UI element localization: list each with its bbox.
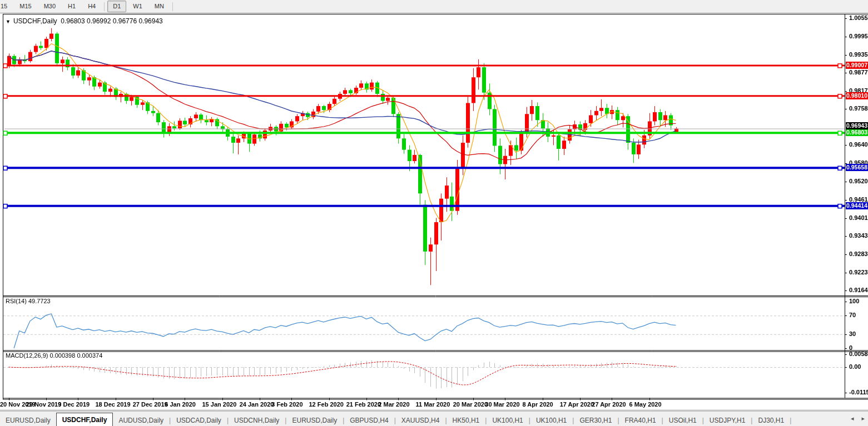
macd-indicator-label: MACD(12,26,9) 0.000398 0.000374 xyxy=(6,352,102,359)
symbol-tab-usdjpy-h1[interactable]: USDJPY,H1 xyxy=(704,414,751,426)
price-axis-label: 1.00555 xyxy=(849,14,868,21)
tab-scroll-left-icon[interactable]: ◂ xyxy=(851,415,854,422)
date-axis-label: 12 Feb 2020 xyxy=(309,401,344,408)
price-axis-label: 0.91645 xyxy=(849,287,868,293)
symbol-tab-hk50-h1[interactable]: HK50,H1 xyxy=(447,414,485,426)
symbol-tab-dj30-h1[interactable]: DJ30,H1 xyxy=(752,414,790,426)
timeframe-button-15[interactable]: 15 xyxy=(0,1,13,12)
toolbar-separator xyxy=(104,2,105,11)
date-axis-label: 27 Apr 2020 xyxy=(592,401,626,408)
macd-axis-label: 0.00 xyxy=(849,363,861,370)
date-axis-label: 20 Mar 2020 xyxy=(453,401,488,408)
date-axis-label: 29 Nov 2019 xyxy=(26,401,62,408)
symbol-tab-usoil-h1[interactable]: USOil,H1 xyxy=(663,414,702,426)
symbol-tab-eurusd-daily[interactable]: EURUSD,Daily xyxy=(0,414,56,426)
price-line-tag: 0.95658 xyxy=(846,164,868,171)
timeframe-button-w1[interactable]: W1 xyxy=(127,1,148,12)
symbol-tab-eurusd-daily[interactable]: EURUSD,Daily xyxy=(286,414,343,426)
price-line-tag: 0.94414 xyxy=(846,202,868,209)
price-axis-label: 0.95200 xyxy=(849,178,868,184)
tab-scroll-right-icon[interactable]: ▸ xyxy=(861,415,865,422)
macd-axis-label: -0.011514 xyxy=(849,389,868,395)
symbol-tab-audusd-daily[interactable]: AUDUSD,Daily xyxy=(113,414,169,426)
symbol-tab-xauusd-h4[interactable]: XAUUSD,H4 xyxy=(396,414,445,426)
date-axis-label: 15 Jan 2020 xyxy=(202,401,237,408)
symbol-tab-usdcad-daily[interactable]: USDCAD,Daily xyxy=(171,414,227,426)
price-axis-label: 0.97585 xyxy=(849,105,868,112)
symbol-tab-uk100-h1[interactable]: UK100,H1 xyxy=(487,414,528,426)
price-axis-label: 0.94015 xyxy=(849,214,868,221)
timeframe-toolbar: 15M15M30H1H4D1W1MN xyxy=(0,0,868,13)
date-axis-label: 6 Jan 2020 xyxy=(165,401,196,408)
timeframe-button-mn[interactable]: MN xyxy=(149,1,170,12)
date-axis-label: 2 Mar 2020 xyxy=(378,401,409,408)
price-axis-label: 0.98770 xyxy=(849,69,868,76)
timeframe-button-h4[interactable]: H4 xyxy=(82,1,101,12)
trading-terminal: 15M15M30H1H4D1W1MN ▼USDCHF,Daily 0.96803… xyxy=(0,0,868,426)
symbol-tab-usdchf-daily[interactable]: USDCHF,Daily xyxy=(56,413,113,426)
tab-scroll-arrows: ◂ ▸ xyxy=(851,415,865,422)
date-axis-label: 27 Dec 2019 xyxy=(133,401,168,408)
price-axis-label: 0.99955 xyxy=(849,33,868,39)
price-line-tag: 0.99007 xyxy=(846,62,868,69)
date-axis-label: 6 May 2020 xyxy=(629,401,662,408)
date-axis-label: 11 Mar 2020 xyxy=(416,401,450,408)
date-axis-label: 8 Apr 2020 xyxy=(523,401,553,408)
date-axis-label: 17 Apr 2020 xyxy=(560,401,594,408)
price-axis-label: 0.92830 xyxy=(849,250,868,257)
symbol-tab-gbpusd-h4[interactable]: GBPUSD,H4 xyxy=(344,414,394,426)
collapse-chart-icon[interactable]: ▼ xyxy=(6,19,11,24)
toolbar-separator xyxy=(172,2,173,11)
price-axis-label: 0.93430 xyxy=(849,232,868,239)
current-price-tag: 0.96943 xyxy=(846,122,868,129)
symbol-tab-uk100-h1[interactable]: UK100,H1 xyxy=(530,414,572,426)
rsi-axis-label: 30 xyxy=(849,330,856,337)
date-axis-label: 24 Jan 2020 xyxy=(240,401,274,408)
chart-window: ▼USDCHF,Daily 0.96803 0.96992 0.96776 0.… xyxy=(0,13,868,411)
price-line-tag: 0.96803 xyxy=(846,129,868,136)
date-axis-label: 3 Feb 2020 xyxy=(271,401,302,408)
symbol-tab-usdcnh-daily[interactable]: USDCNH,Daily xyxy=(229,414,285,426)
rsi-axis-label: 70 xyxy=(849,312,856,318)
symbol-tab-bar: EURUSD,DailyUSDCHF,DailyAUDUSD,Daily|USD… xyxy=(0,411,868,426)
timeframe-button-m15[interactable]: M15 xyxy=(14,1,37,12)
macd-axis-label: 0.005818 xyxy=(849,350,868,357)
chart-canvas[interactable] xyxy=(0,13,868,411)
date-axis-label: 21 Feb 2020 xyxy=(346,401,381,408)
rsi-indicator-label: RSI(14) 49.7723 xyxy=(6,298,51,304)
symbol-tab-ger30-h1[interactable]: GER30,H1 xyxy=(574,414,617,426)
date-axis-label: 9 Dec 2019 xyxy=(58,401,90,408)
date-axis-label: 30 Mar 2020 xyxy=(485,401,519,408)
timeframe-button-m30[interactable]: M30 xyxy=(38,1,61,12)
timeframe-button-d1[interactable]: D1 xyxy=(107,1,126,12)
rsi-axis-label: 100 xyxy=(849,298,859,304)
price-line-tag: 0.98010 xyxy=(846,92,868,99)
chart-ohlc-values: 0.96803 0.96992 0.96776 0.96943 xyxy=(61,17,163,25)
chart-title: ▼USDCHF,Daily 0.96803 0.96992 0.96776 0.… xyxy=(6,17,163,25)
price-axis-label: 0.96400 xyxy=(849,141,868,148)
tab-separator: | xyxy=(790,414,791,426)
timeframe-button-h1[interactable]: H1 xyxy=(62,1,81,12)
date-axis-label: 18 Dec 2019 xyxy=(96,401,131,408)
symbol-tab-fra40-h1[interactable]: FRA40,H1 xyxy=(619,414,662,426)
price-axis-label: 0.99355 xyxy=(849,51,868,58)
price-axis-label: 0.92230 xyxy=(849,269,868,275)
chart-symbol-label: USDCHF,Daily xyxy=(13,17,57,25)
